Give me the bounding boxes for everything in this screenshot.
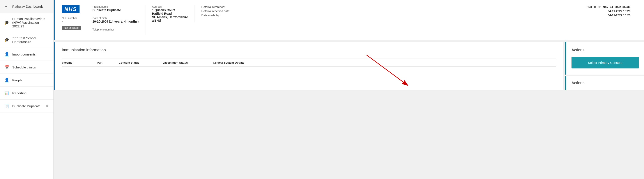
sidebar-item-duplicate[interactable]: 📄 Duplicate Duplicate ✕: [0, 100, 54, 113]
col-consent-status: Consent status: [119, 61, 162, 64]
reporting-icon: 📊: [4, 91, 9, 95]
sidebar-item-label: Schedule clinics: [12, 65, 49, 69]
sidebar-item-label: Pathway Dashboards: [12, 5, 49, 8]
col-vaccination-status: Vaccination Status: [162, 61, 213, 64]
address-line2: Hatfield Road: [152, 12, 188, 15]
referral-section: Referral reference: HCT_H_Fri_Nov_04_202…: [195, 5, 637, 17]
sidebar-item-label: Import consents: [12, 52, 49, 56]
actions-title2: Actions: [572, 81, 639, 85]
sidebar-item-label: People: [12, 78, 49, 82]
calendar-icon: 📅: [4, 65, 9, 70]
sidebar-item-label: Duplicate Duplicate: [12, 104, 42, 108]
import-icon: 👤: [4, 52, 9, 57]
table-header: Vaccine Part Consent status Vaccination …: [62, 59, 556, 67]
nhs-number-value: -: [62, 20, 77, 23]
patient-name-value: Duplicate Duplicate: [92, 8, 139, 12]
nhs-number-label: NHS number: [62, 17, 77, 20]
dob-value: 10-10-2009 (14 years, 4 months): [92, 20, 139, 23]
sidebar-item-hpv[interactable]: 🎓 Human Papillomavirus (HPV) Vaccination…: [0, 13, 54, 32]
telephone-value: -: [92, 31, 139, 35]
date-made-value: 04-11-2022 10:20: [411, 14, 630, 17]
sidebar-item-label: Reporting: [12, 91, 49, 95]
not-checked-badge: Not checked: [62, 26, 81, 30]
sidebar-item-people[interactable]: 👤 People: [0, 74, 54, 87]
actions-box2: Actions: [565, 76, 644, 90]
referral-ref-value: HCT_H_Fri_Nov_04_2022_35335: [411, 5, 630, 9]
close-tab-button[interactable]: ✕: [44, 104, 49, 109]
col-vaccine: Vaccine: [62, 61, 97, 64]
sidebar-item-schedule-clinics[interactable]: 📅 Schedule clinics: [0, 61, 54, 74]
date-made-label: Date made by :: [201, 14, 406, 17]
sidebar-item-reporting[interactable]: 📊 Reporting: [0, 87, 54, 100]
patient-card: NHS NHS number - Not checked Patient nam…: [54, 0, 644, 40]
referral-ref-label: Referral reference:: [201, 5, 406, 9]
select-primary-consent-button[interactable]: Select Primary Consent: [572, 57, 639, 68]
hpv-icon: 🎓: [4, 20, 9, 25]
patient-name-label: Patient name: [92, 5, 139, 8]
patient-name-section: Patient name Duplicate Duplicate Date of…: [86, 5, 146, 35]
dob-label: Date of birth: [92, 17, 139, 20]
immunisation-title: Immunisation information: [62, 48, 556, 52]
document-icon: 📄: [4, 104, 9, 109]
actions-title: Actions: [572, 48, 639, 52]
sidebar-item-label: Human Papillomavirus (HPV) Vaccination 2…: [12, 17, 49, 28]
nhs-logo: NHS: [62, 5, 80, 13]
referral-received-value: 04-11-2022 10:20: [411, 10, 630, 13]
telephone-label: Telephone number: [92, 28, 139, 31]
school-icon: 🎓: [4, 38, 9, 42]
address-section: Address 1 Queens Court Hatfield Road St.…: [146, 5, 195, 22]
address-label: Address: [152, 5, 188, 8]
actions-panel: Actions Select Primary Consent Actions: [565, 42, 644, 90]
col-part: Part: [97, 61, 119, 64]
col-clinical-system: Clinical System Update: [213, 61, 556, 64]
logo-section: NHS NHS number - Not checked: [62, 5, 86, 30]
address-line4: al1 4tf: [152, 19, 188, 22]
actions-box: Actions Select Primary Consent: [565, 42, 644, 75]
referral-received-label: Referral received date:: [201, 10, 406, 13]
people-icon: 👤: [4, 78, 9, 82]
immunisation-section: Immunisation information Vaccine Part Co…: [54, 42, 564, 90]
sidebar-item-import-consents[interactable]: 👤 Import consents: [0, 48, 54, 61]
sidebar-item-zzz[interactable]: 🎓 ZZZ Test School Hertfordshire: [0, 32, 54, 48]
sidebar-item-pathway-dashboards[interactable]: ✦ Pathway Dashboards: [0, 0, 54, 13]
content-row: Immunisation information Vaccine Part Co…: [54, 42, 644, 90]
address-line3: St. Albans, Hertfordshire: [152, 15, 188, 19]
main-content: NHS NHS number - Not checked Patient nam…: [54, 0, 644, 179]
sidebar: ✦ Pathway Dashboards 🎓 Human Papillomavi…: [0, 0, 54, 179]
pathway-icon: ✦: [4, 4, 9, 9]
address-line1: 1 Queens Court: [152, 8, 188, 12]
sidebar-item-label: ZZZ Test School Hertfordshire: [12, 36, 49, 44]
